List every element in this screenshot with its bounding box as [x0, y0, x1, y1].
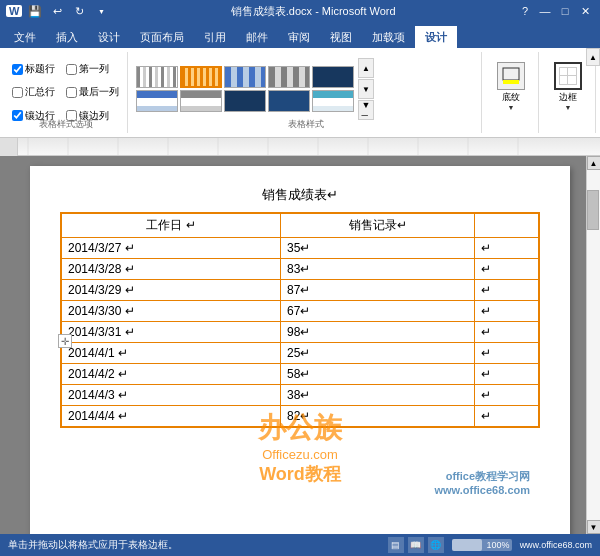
- checkbox-last-col[interactable]: 最后一列: [66, 81, 119, 103]
- cell-date: 2014/3/28 ↵: [61, 259, 280, 280]
- help-icon[interactable]: ?: [516, 2, 534, 20]
- cell-sales: 35↵: [280, 238, 474, 259]
- tab-mailings[interactable]: 邮件: [236, 26, 278, 48]
- scroll-up-arrow[interactable]: ▲: [587, 156, 601, 170]
- watermark: 办公族 Officezu.com Word教程: [258, 409, 342, 486]
- cell-extra: ↵: [475, 406, 539, 428]
- table-style-gray[interactable]: [268, 66, 310, 88]
- tab-review[interactable]: 审阅: [278, 26, 320, 48]
- table-row: 2014/4/1 ↵ 25↵ ↵: [61, 343, 539, 364]
- status-web-icon[interactable]: 🌐: [428, 537, 444, 553]
- cell-date: 2014/4/2 ↵: [61, 364, 280, 385]
- title-bar-left: W 💾 ↩ ↻ ▼: [6, 2, 110, 20]
- table-style-3[interactable]: [180, 90, 222, 112]
- ruler-content: [18, 138, 600, 155]
- tab-page-layout[interactable]: 页面布局: [130, 26, 194, 48]
- cell-extra: ↵: [475, 364, 539, 385]
- window-controls: ? — □ ✕: [516, 2, 594, 20]
- status-read-icon[interactable]: 📖: [408, 537, 424, 553]
- status-bar: 单击并拖动以将格式应用于表格边框。 ▤ 📖 🌐 100% www.office6…: [0, 534, 600, 556]
- cell-date: 2014/4/1 ↵: [61, 343, 280, 364]
- table-style-2[interactable]: [136, 90, 178, 112]
- cell-date: 2014/3/27 ↵: [61, 238, 280, 259]
- minimize-button[interactable]: —: [536, 2, 554, 20]
- cell-extra: ↵: [475, 385, 539, 406]
- style-scroll-up[interactable]: ▲: [358, 58, 374, 78]
- maximize-button[interactable]: □: [556, 2, 574, 20]
- table-style-4[interactable]: [224, 90, 266, 112]
- scroll-down-arrow[interactable]: ▼: [587, 520, 601, 534]
- cell-date: 2014/3/29 ↵: [61, 280, 280, 301]
- table-style-plain[interactable]: [136, 66, 178, 88]
- status-hint: 单击并拖动以将格式应用于表格边框。: [8, 538, 178, 552]
- cell-sales: 25↵: [280, 343, 474, 364]
- status-right: ▤ 📖 🌐 100% www.office68.com: [388, 537, 592, 553]
- shading-button[interactable]: 底纹 ▼: [497, 62, 525, 111]
- qa-more-icon[interactable]: ▼: [92, 2, 110, 20]
- svg-rect-1: [503, 80, 519, 84]
- table-style-5[interactable]: [268, 90, 310, 112]
- style-scroll-down[interactable]: ▼: [358, 79, 374, 99]
- cell-sales: 58↵: [280, 364, 474, 385]
- ruler: [0, 138, 600, 156]
- ribbon-collapse-button[interactable]: ▲: [586, 48, 600, 66]
- checkbox-title-row[interactable]: 标题行: [12, 58, 65, 80]
- tab-file[interactable]: 文件: [4, 26, 46, 48]
- table-move-handle[interactable]: ✛: [58, 334, 72, 348]
- tab-design[interactable]: 设计: [88, 26, 130, 48]
- close-button[interactable]: ✕: [576, 2, 594, 20]
- scroll-thumb[interactable]: [587, 190, 599, 230]
- status-layout-icon[interactable]: ▤: [388, 537, 404, 553]
- tab-table-design[interactable]: 设计: [415, 26, 457, 48]
- cell-sales: 67↵: [280, 301, 474, 322]
- watermark-right: office教程学习网 www.office68.com: [434, 469, 530, 496]
- save-qa-icon[interactable]: 💾: [26, 2, 44, 20]
- status-left: 单击并拖动以将格式应用于表格边框。: [8, 538, 178, 552]
- ribbon-group-table-style-options: 标题行 第一列 汇总行 最后一列 镶边行 镶边列 表格样式选项: [4, 52, 128, 133]
- table-row: 2014/3/29 ↵ 87↵ ↵: [61, 280, 539, 301]
- border-button[interactable]: 边框 ▼: [554, 62, 582, 111]
- redo-qa-icon[interactable]: ↻: [70, 2, 88, 20]
- cell-extra: ↵: [475, 343, 539, 364]
- word-icon: W: [6, 5, 22, 17]
- checkbox-first-col[interactable]: 第一列: [66, 58, 119, 80]
- cell-sales: 87↵: [280, 280, 474, 301]
- title-bar: W 💾 ↩ ↻ ▼ 销售成绩表.docx - Microsoft Word ? …: [0, 0, 600, 22]
- ribbon-tabs: 文件 插入 设计 页面布局 引用 邮件 审阅 视图 加载项 设计: [0, 22, 600, 48]
- document-area: ✛ 销售成绩表↵ 工作日 ↵ 销售记录↵ 2014/3/27 ↵: [0, 156, 600, 534]
- scroll-track[interactable]: [587, 170, 600, 520]
- cell-sales: 38↵: [280, 385, 474, 406]
- watermark-right-line1: office教程学习网: [434, 469, 530, 484]
- border-label: 边框: [559, 91, 577, 104]
- table-row: 2014/3/28 ↵ 83↵ ↵: [61, 259, 539, 280]
- table-style-darkblue[interactable]: [312, 66, 354, 88]
- watermark-line1: 办公族: [258, 409, 342, 447]
- style-scroll-more[interactable]: ▼─: [358, 100, 374, 120]
- cell-sales: 83↵: [280, 259, 474, 280]
- shading-label: 底纹: [502, 91, 520, 104]
- table-style-blue[interactable]: [224, 66, 266, 88]
- zoom-slider[interactable]: 100%: [452, 539, 512, 551]
- scrollbar-vertical[interactable]: ▲ ▼: [586, 156, 600, 534]
- header-workday: 工作日 ↵: [61, 213, 280, 238]
- table-style-selected[interactable]: [180, 66, 222, 88]
- table-style-6[interactable]: [312, 90, 354, 112]
- group-label-options: 表格样式选项: [4, 118, 127, 131]
- ruler-corner: [0, 138, 18, 156]
- watermark-line2: Officezu.com: [258, 447, 342, 462]
- data-table: 工作日 ↵ 销售记录↵ 2014/3/27 ↵ 35↵ ↵ 2014/3/28 …: [60, 212, 540, 428]
- cell-extra: ↵: [475, 238, 539, 259]
- table-row: 2014/3/27 ↵ 35↵ ↵: [61, 238, 539, 259]
- undo-qa-icon[interactable]: ↩: [48, 2, 66, 20]
- tab-addins[interactable]: 加载项: [362, 26, 415, 48]
- app-window: W 💾 ↩ ↻ ▼ 销售成绩表.docx - Microsoft Word ? …: [0, 0, 600, 556]
- watermark-line3: Word教程: [258, 462, 342, 486]
- tab-insert[interactable]: 插入: [46, 26, 88, 48]
- ribbon-group-table-styles: ▲ ▼ ▼─ 表格样式: [130, 52, 482, 133]
- document-title: 销售成绩表↵: [60, 186, 540, 204]
- tab-view[interactable]: 视图: [320, 26, 362, 48]
- tab-references[interactable]: 引用: [194, 26, 236, 48]
- cell-sales: 98↵: [280, 322, 474, 343]
- table-row: 2014/3/31 ↵ 98↵ ↵: [61, 322, 539, 343]
- checkbox-total-row[interactable]: 汇总行: [12, 81, 65, 103]
